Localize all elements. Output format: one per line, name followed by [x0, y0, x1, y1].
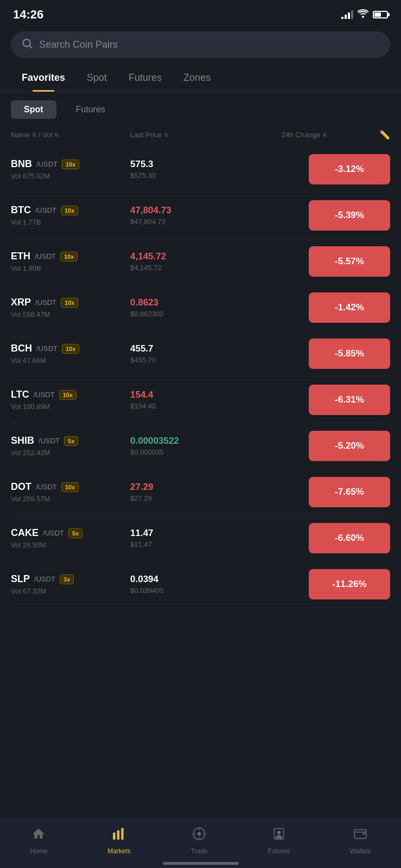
sort-arrow-name: ⇅ [32, 132, 36, 138]
svg-rect-2 [113, 833, 116, 840]
svg-rect-4 [122, 828, 124, 840]
price-usd: $27.29 [130, 494, 309, 502]
table-row[interactable]: BCH /USDT 10x Vol 47.66M 455.7 $455.70 -… [11, 331, 390, 377]
subtab-futures[interactable]: Futures [63, 100, 118, 119]
nav-home[interactable]: Home [30, 827, 47, 855]
battery-icon [373, 11, 388, 18]
coin-vol: Vol 100.89M [11, 403, 130, 411]
coin-vol: Vol 67.32M [11, 587, 130, 595]
price-usd: $0.000035 [130, 448, 309, 456]
col-header-change[interactable]: 24h Change ⇅ [282, 131, 374, 139]
coin-pair: /USDT [36, 160, 58, 168]
sort-arrow-change: ⇅ [322, 132, 327, 138]
table-row[interactable]: XRP /USDT 10x Vol 558.47M 0.8623 $0.8623… [11, 285, 390, 331]
table-row[interactable]: CAKE /USDT 5x Vol 28.50M 11.47 $11.47 -6… [11, 515, 390, 561]
nav-home-label: Home [30, 847, 47, 855]
coin-price-btc: 47,804.73 $47,804.73 [130, 205, 309, 226]
nav-trade-label: Trade [191, 847, 208, 855]
svg-line-1 [29, 46, 32, 48]
col-header-price[interactable]: Last Price ⇅ [130, 131, 282, 139]
leverage-badge: 10x [61, 298, 78, 308]
coin-symbol: SLP [11, 573, 30, 585]
leverage-badge: 10x [59, 390, 77, 400]
coin-price-xrp: 0.8623 $0.862300 [130, 297, 309, 318]
search-icon [22, 38, 33, 52]
coin-pair: /USDT [35, 298, 56, 307]
subtab-spot[interactable]: Spot [11, 100, 56, 119]
coin-price-bch: 455.7 $455.70 [130, 343, 309, 364]
coin-symbol: DOT [11, 481, 31, 493]
status-bar: 14:26 [0, 0, 401, 27]
coin-info-dot: DOT /USDT 10x Vol 259.57M [11, 481, 130, 503]
change-badge-bnb: -3.12% [309, 154, 390, 184]
coin-price-eth: 4,145.72 $4,145.72 [130, 251, 309, 272]
tab-zones[interactable]: Zones [173, 65, 221, 91]
nav-trade[interactable]: Trade [191, 827, 208, 855]
col-header-name[interactable]: Name ⇅ / Vol ⇅ [11, 131, 130, 139]
coin-vol: Vol 558.47M [11, 310, 130, 318]
home-icon [31, 827, 46, 844]
coin-price-ltc: 154.4 $154.40 [130, 390, 309, 410]
coin-pair: /USDT [34, 575, 55, 583]
table-row[interactable]: ETH /USDT 10x Vol 1.90B 4,145.72 $4,145.… [11, 239, 390, 285]
leverage-badge: 5x [68, 528, 82, 538]
wifi-icon [358, 9, 368, 20]
coin-price-shib: 0.00003522 $0.000035 [130, 436, 309, 456]
nav-futures[interactable]: Futures [268, 827, 290, 855]
table-row[interactable]: DOT /USDT 10x Vol 259.57M 27.29 $27.29 -… [11, 469, 390, 515]
coin-info-shib: SHIB /USDT 5x Vol 252.42M [11, 435, 130, 457]
search-input[interactable]: Search Coin Pairs [39, 39, 118, 50]
nav-futures-label: Futures [268, 847, 290, 855]
price-main: 11.47 [130, 528, 309, 539]
change-badge-bch: -5.85% [309, 339, 390, 369]
main-tabs: Favorites Spot Futures Zones [0, 65, 401, 92]
sort-arrow-vol: ⇅ [54, 132, 59, 138]
coin-info-btc: BTC /USDT 10x Vol 1.77B [11, 205, 130, 226]
price-usd: $47,804.73 [130, 218, 309, 226]
table-row[interactable]: BTC /USDT 10x Vol 1.77B 47,804.73 $47,80… [11, 193, 390, 239]
price-usd: $11.47 [130, 540, 309, 548]
tab-spot[interactable]: Spot [76, 65, 118, 91]
futures-icon [272, 827, 286, 844]
svg-point-6 [198, 832, 201, 836]
tab-favorites[interactable]: Favorites [11, 65, 76, 91]
tab-futures[interactable]: Futures [118, 65, 173, 91]
change-badge-slp: -11.26% [309, 569, 390, 599]
leverage-badge: 10x [61, 206, 78, 215]
coin-vol: Vol 1.77B [11, 218, 130, 226]
coin-pair: /USDT [35, 252, 56, 260]
coin-vol: Vol 259.57M [11, 495, 130, 503]
coin-symbol: BNB [11, 158, 32, 170]
nav-wallets-label: Wallets [350, 847, 371, 855]
coin-vol: Vol 1.90B [11, 264, 130, 272]
edit-icon[interactable]: ✏️ [379, 130, 390, 140]
leverage-badge: 10x [60, 252, 78, 261]
price-usd: $4,145.72 [130, 264, 309, 272]
coin-price-slp: 0.0394 $0.039400 [130, 574, 309, 595]
coin-pair: /USDT [36, 483, 57, 491]
search-bar[interactable]: Search Coin Pairs [11, 31, 390, 58]
coin-symbol: BTC [11, 205, 31, 216]
coin-vol: Vol 28.50M [11, 541, 130, 549]
leverage-badge: 5x [64, 436, 78, 446]
table-row[interactable]: SHIB /USDT 5x Vol 252.42M 0.00003522 $0.… [11, 423, 390, 469]
table-row[interactable]: BNB /USDT 10x Vol 675.02M 575.3 $575.30 … [11, 146, 390, 193]
coin-pair: /USDT [34, 391, 55, 399]
nav-markets[interactable]: Markets [107, 827, 131, 855]
search-container: Search Coin Pairs [0, 27, 401, 65]
price-main: 0.0394 [130, 574, 309, 585]
table-row[interactable]: LTC /USDT 10x Vol 100.89M 154.4 $154.40 … [11, 377, 390, 423]
coin-price-dot: 27.29 $27.29 [130, 482, 309, 502]
coin-symbol: CAKE [11, 527, 39, 539]
price-main: 455.7 [130, 343, 309, 354]
nav-wallets[interactable]: Wallets [350, 827, 371, 855]
leverage-badge: 10x [62, 159, 79, 169]
coin-price-cake: 11.47 $11.47 [130, 528, 309, 548]
coin-symbol: XRP [11, 297, 31, 308]
sort-arrow-price: ⇅ [164, 132, 168, 138]
coin-info-bnb: BNB /USDT 10x Vol 675.02M [11, 158, 130, 180]
coin-symbol: BCH [11, 343, 32, 354]
nav-markets-label: Markets [107, 847, 131, 855]
table-row[interactable]: SLP /USDT 3x Vol 67.32M 0.0394 $0.039400… [11, 561, 390, 608]
wallets-icon [353, 827, 367, 844]
